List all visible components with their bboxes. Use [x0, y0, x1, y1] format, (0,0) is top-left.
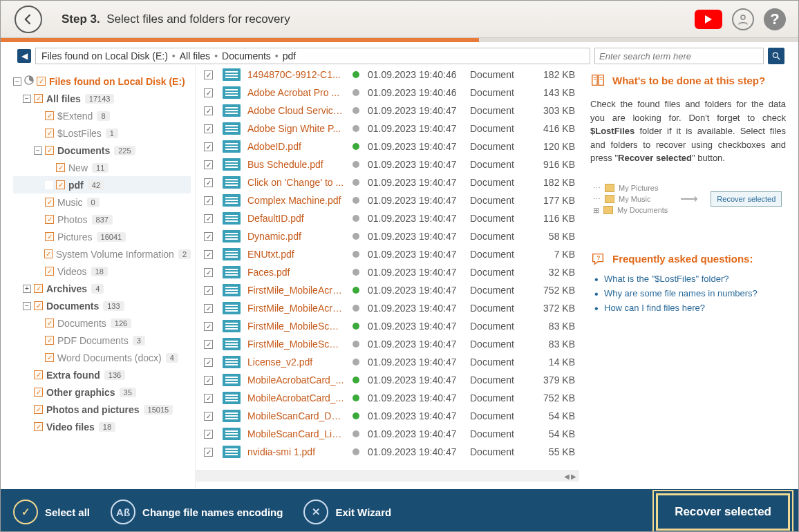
expand-icon[interactable]: − — [34, 146, 42, 155]
file-checkbox[interactable]: ✓ — [204, 304, 213, 313]
breadcrumb-back-button[interactable]: ◀ — [17, 49, 31, 63]
checkbox[interactable]: ✓ — [44, 249, 53, 258]
file-row[interactable]: ✓MobileAcrobatCard_...01.09.2023 19:40:4… — [196, 371, 579, 389]
checkbox[interactable]: ✓ — [34, 94, 43, 103]
tree-node[interactable]: ✓Photos and pictures15015 — [13, 401, 191, 418]
checkbox[interactable]: ✓ — [45, 319, 54, 327]
checkbox[interactable]: ✓ — [45, 232, 54, 241]
tree-node[interactable]: ✓$Extend8 — [13, 107, 191, 124]
checkbox[interactable]: ✓ — [45, 336, 54, 345]
file-checkbox[interactable]: ✓ — [204, 232, 213, 241]
file-checkbox[interactable]: ✓ — [204, 70, 213, 79]
file-checkbox[interactable]: ✓ — [204, 124, 213, 133]
folder-tree[interactable]: −✓Files found on Local Disk (E:)−✓All fi… — [1, 66, 196, 489]
file-checkbox[interactable]: ✓ — [204, 196, 213, 205]
file-row[interactable]: ✓DefaultID.pdf01.09.2023 19:40:47Documen… — [196, 209, 579, 227]
faq-item-1[interactable]: Why are some file names in numbers? — [604, 288, 786, 298]
crumb-2[interactable]: Documents — [222, 50, 271, 61]
file-checkbox[interactable]: ✓ — [204, 178, 213, 187]
tree-node[interactable]: ✓System Volume Information2 — [13, 245, 191, 263]
file-row[interactable]: ✓1494870C-9912-C1...01.09.2023 19:40:46D… — [196, 66, 579, 84]
checkbox[interactable]: ✓ — [45, 111, 54, 120]
file-checkbox[interactable]: ✓ — [204, 412, 213, 421]
exit-wizard-button[interactable]: ✕ Exit Wizard — [303, 500, 391, 524]
tree-node[interactable]: ✓pdf42 — [13, 176, 191, 193]
file-row[interactable]: ✓FirstMile_MobileScan...01.09.2023 19:40… — [196, 317, 579, 335]
recover-selected-button[interactable]: Recover selected — [656, 493, 790, 531]
file-row[interactable]: ✓AdobeID.pdf01.09.2023 19:40:47Document1… — [196, 137, 579, 155]
change-encoding-button[interactable]: Aß Change file names encoding — [111, 500, 283, 524]
select-all-button[interactable]: ✓ Select all — [13, 500, 90, 524]
tree-node[interactable]: ✓New11 — [13, 159, 191, 176]
checkbox[interactable]: ✓ — [45, 198, 54, 207]
file-row[interactable]: ✓MobileScanCard_Lig...01.09.2023 19:40:4… — [196, 425, 579, 443]
file-row[interactable]: ✓MobileAcrobatCard_...01.09.2023 19:40:4… — [196, 389, 579, 407]
tree-node[interactable]: ✓PDF Documents3 — [13, 332, 191, 349]
checkbox[interactable]: ✓ — [45, 129, 54, 137]
file-checkbox[interactable]: ✓ — [204, 142, 213, 151]
file-row[interactable]: ✓Adobe Cloud Service...01.09.2023 19:40:… — [196, 102, 579, 120]
checkbox[interactable]: ✓ — [37, 77, 46, 86]
checkbox[interactable]: ✓ — [34, 370, 43, 379]
checkbox[interactable]: ✓ — [45, 267, 54, 276]
checkbox[interactable]: ✓ — [45, 353, 54, 362]
expand-icon[interactable]: − — [23, 95, 31, 103]
expand-icon[interactable]: − — [23, 302, 31, 310]
tree-node[interactable]: ✓Word Documents (docx)4 — [13, 349, 191, 366]
file-row[interactable]: ✓ENUtxt.pdf01.09.2023 19:40:47Document7 … — [196, 245, 579, 263]
file-checkbox[interactable]: ✓ — [204, 340, 213, 349]
checkbox[interactable]: ✓ — [45, 215, 54, 224]
user-icon[interactable] — [732, 8, 754, 30]
file-checkbox[interactable]: ✓ — [204, 376, 213, 385]
file-row[interactable]: ✓Click on 'Change' to ...01.09.2023 19:4… — [196, 173, 579, 191]
tree-node[interactable]: ✓Video files18 — [13, 418, 191, 435]
tree-node[interactable]: ✓Videos18 — [13, 263, 191, 280]
checkbox[interactable]: ✓ — [34, 284, 43, 293]
help-icon[interactable]: ? — [764, 8, 786, 30]
file-checkbox[interactable]: ✓ — [204, 358, 213, 367]
file-checkbox[interactable]: ✓ — [204, 88, 213, 97]
file-row[interactable]: ✓Adobe Acrobat Pro ...01.09.2023 19:40:4… — [196, 84, 579, 102]
search-input[interactable] — [594, 48, 764, 64]
file-row[interactable]: ✓FirstMile_MobileAcro...01.09.2023 19:40… — [196, 299, 579, 317]
tree-node[interactable]: ✓Documents126 — [13, 314, 191, 332]
checkbox[interactable]: ✓ — [45, 146, 54, 155]
tree-node[interactable]: ✓Music0 — [13, 193, 191, 211]
file-checkbox[interactable]: ✓ — [204, 448, 213, 457]
file-row[interactable]: ✓MobileScanCard_Dar...01.09.2023 19:40:4… — [196, 407, 579, 425]
tree-node[interactable]: ✓Photos837 — [13, 211, 191, 228]
file-row[interactable]: ✓nvidia-smi 1.pdf01.09.2023 19:40:47Docu… — [196, 443, 579, 461]
youtube-icon[interactable] — [695, 10, 722, 29]
file-row[interactable]: ✓FirstMile_MobileScan...01.09.2023 19:40… — [196, 335, 579, 353]
tree-node[interactable]: +✓Archives4 — [13, 280, 191, 297]
expand-icon[interactable]: + — [23, 285, 31, 293]
crumb-3[interactable]: pdf — [283, 50, 296, 61]
checkbox[interactable]: ✓ — [34, 388, 43, 397]
tree-node[interactable]: ✓Pictures16041 — [13, 228, 191, 245]
tree-node[interactable]: ✓Other graphics35 — [13, 383, 191, 401]
tree-node[interactable]: −✓Files found on Local Disk (E:) — [13, 73, 191, 90]
file-checkbox[interactable]: ✓ — [204, 106, 213, 115]
file-row[interactable]: ✓Faces.pdf01.09.2023 19:40:47Document32 … — [196, 263, 579, 281]
file-checkbox[interactable]: ✓ — [204, 322, 213, 331]
file-checkbox[interactable]: ✓ — [204, 394, 213, 403]
file-checkbox[interactable]: ✓ — [204, 286, 213, 295]
expand-icon[interactable]: − — [13, 77, 21, 86]
back-button[interactable] — [15, 6, 42, 33]
crumb-0[interactable]: Files found on Local Disk (E:) — [41, 50, 168, 61]
file-row[interactable]: ✓Complex Machine.pdf01.09.2023 19:40:47D… — [196, 191, 579, 209]
checkbox[interactable]: ✓ — [34, 405, 43, 414]
faq-item-0[interactable]: What is the "$LostFiles" folder? — [604, 274, 786, 284]
file-checkbox[interactable]: ✓ — [204, 250, 213, 259]
tree-node[interactable]: −✓Documents225 — [13, 142, 191, 159]
checkbox[interactable]: ✓ — [34, 422, 43, 431]
file-checkbox[interactable]: ✓ — [204, 430, 213, 439]
file-row[interactable]: ✓FirstMile_MobileAcro...01.09.2023 19:40… — [196, 281, 579, 299]
crumb-1[interactable]: All files — [180, 50, 210, 61]
file-row[interactable]: ✓License_v2.pdf01.09.2023 19:40:47Docume… — [196, 353, 579, 371]
file-row[interactable]: ✓Bus Schedule.pdf01.09.2023 19:40:47Docu… — [196, 155, 579, 173]
tree-node[interactable]: −✓All files17143 — [13, 90, 191, 107]
checkbox[interactable]: ✓ — [56, 163, 65, 172]
tree-node[interactable]: −✓Documents133 — [13, 297, 191, 314]
search-button[interactable] — [768, 48, 784, 64]
